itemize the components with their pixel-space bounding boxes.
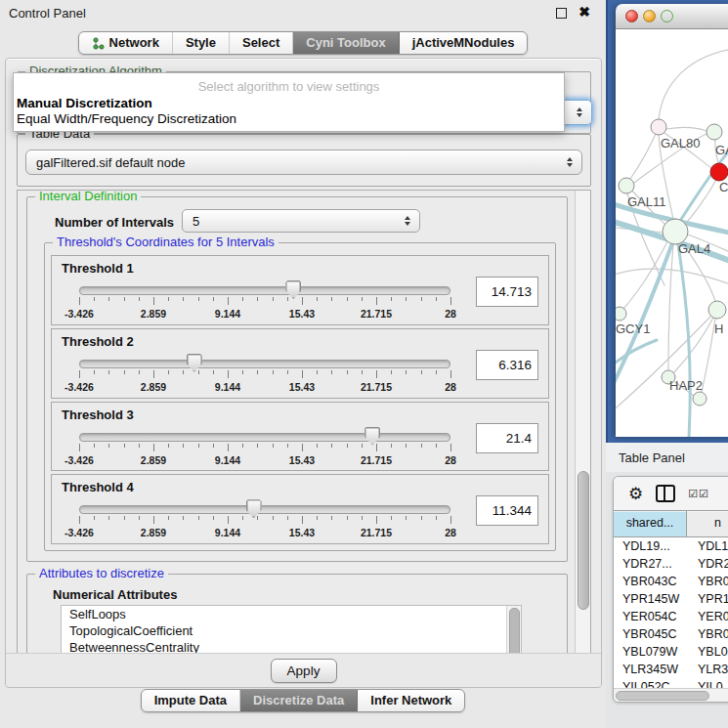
tab-discretize-data[interactable]: Discretize Data xyxy=(239,690,357,711)
list-item[interactable]: TopologicalCoefficient xyxy=(62,622,521,639)
tick-mark xyxy=(198,444,199,448)
slider-track[interactable] xyxy=(79,433,450,442)
table-row[interactable]: YBL079WYBL0 xyxy=(614,643,728,661)
slider-track[interactable] xyxy=(79,505,450,514)
tick-mark xyxy=(168,516,169,520)
network-canvas[interactable]: GAL80GACGAL11GAL4GCY1HHAP2 xyxy=(616,29,728,437)
tick-label: 9.144 xyxy=(215,454,240,466)
tick-label: 28 xyxy=(445,454,456,466)
tick-mark xyxy=(94,297,95,301)
combo-arrows-icon xyxy=(405,216,410,226)
table-header-row: shared... n xyxy=(614,510,728,537)
tab-select[interactable]: Select xyxy=(229,32,292,54)
node-label: C xyxy=(719,180,728,194)
tick-mark xyxy=(168,297,169,301)
tick-mark xyxy=(94,516,95,520)
table-row[interactable]: YLR345WYLR3 xyxy=(614,661,728,678)
tick-mark xyxy=(391,444,392,448)
combo-value: galFiltered.sif default node xyxy=(36,155,185,170)
network-node[interactable] xyxy=(693,392,707,406)
num-intervals-combobox[interactable]: 5 xyxy=(182,209,420,233)
close-button[interactable] xyxy=(625,10,638,22)
tab-cyni-toolbox[interactable]: Cyni Toolbox xyxy=(292,32,398,54)
tab-infer-network[interactable]: Infer Network xyxy=(357,690,464,711)
column-header-name[interactable]: n xyxy=(687,511,728,536)
cell-shared-name: YDL19... xyxy=(614,537,686,555)
table-row[interactable]: YDL19...YDL1 xyxy=(614,537,728,555)
tick-label: 21.715 xyxy=(361,454,392,466)
horizontal-scrollbar[interactable] xyxy=(614,688,728,702)
popup-option-equal-width-frequency-discretization[interactable]: Equal Width/Frequency Discretization xyxy=(17,111,236,126)
node-label: GAL4 xyxy=(678,241,710,256)
tick-label: -3.426 xyxy=(64,308,94,320)
threshold-slider[interactable]: -3.4262.8599.14415.4321.71528 xyxy=(79,427,450,468)
tick-label: 2.859 xyxy=(141,527,166,538)
network-node[interactable] xyxy=(651,119,666,135)
vertical-scrollbar[interactable] xyxy=(575,191,590,654)
tick-mark xyxy=(317,370,318,374)
popup-option-manual-discretization[interactable]: Manual Discretization xyxy=(17,96,152,110)
table-data-combobox[interactable]: galFiltered.sif default node xyxy=(25,150,582,175)
threshold-panel: Threshold 4-3.4262.8599.14415.4321.71528… xyxy=(51,474,549,544)
list-scrollbar-thumb[interactable] xyxy=(509,608,520,655)
slider-ticks xyxy=(79,516,450,525)
cell-name: YPR1 xyxy=(686,590,728,608)
apply-button[interactable]: Apply xyxy=(271,659,337,683)
cell-name: YBL0 xyxy=(686,643,728,661)
table-row[interactable]: YER054CYER0 xyxy=(614,608,728,625)
tick-mark xyxy=(450,297,451,305)
apply-bar: Apply xyxy=(6,653,601,686)
threshold-stack: Threshold 1-3.4262.8599.14415.4321.71528… xyxy=(51,255,549,544)
threshold-value-field[interactable]: 21.4 xyxy=(476,423,538,453)
tick-mark xyxy=(317,444,318,448)
split-view-icon[interactable] xyxy=(656,485,675,502)
tick-mark xyxy=(94,444,95,448)
close-icon[interactable]: ✖ xyxy=(578,4,590,20)
slider-track[interactable] xyxy=(79,360,450,368)
table-row[interactable]: YDR27...YDR2 xyxy=(614,555,728,573)
scrollbar-thumb[interactable] xyxy=(578,471,589,610)
threshold-slider[interactable]: -3.4262.8599.14415.4321.71528 xyxy=(79,354,450,395)
threshold-panel: Threshold 3-3.4262.8599.14415.4321.71528… xyxy=(51,402,549,472)
scrollbar-thumb[interactable] xyxy=(616,691,709,701)
gear-icon[interactable]: ⚙ xyxy=(628,486,643,502)
list-scrollbar[interactable] xyxy=(506,606,521,655)
node-label: GAL80 xyxy=(661,136,700,150)
minimize-button[interactable] xyxy=(643,10,656,22)
tick-mark xyxy=(124,370,125,374)
attributes-list[interactable]: SelfLoopsTopologicalCoefficientBetweenne… xyxy=(61,605,522,655)
column-header-shared-name[interactable]: shared... xyxy=(614,511,687,536)
threshold-slider[interactable]: -3.4262.8599.14415.4321.71528 xyxy=(79,499,450,540)
zoom-button[interactable] xyxy=(661,10,673,22)
network-node[interactable] xyxy=(616,307,626,321)
threshold-label: Threshold 4 xyxy=(62,480,134,494)
threshold-value-field[interactable]: 11.344 xyxy=(476,495,538,526)
list-item[interactable]: SelfLoops xyxy=(62,606,521,622)
threshold-slider[interactable]: -3.4262.8599.14415.4321.71528 xyxy=(79,280,450,321)
cell-name: YBR0 xyxy=(686,573,728,590)
network-node[interactable] xyxy=(708,301,726,319)
table-row[interactable]: YBR045CYBR0 xyxy=(614,625,728,643)
thresholds-group: Threshold's Coordinates for 5 Intervals … xyxy=(44,242,556,551)
tick-mark xyxy=(362,516,363,520)
network-node[interactable] xyxy=(707,124,722,140)
float-icon[interactable] xyxy=(556,8,567,19)
threshold-value-field[interactable]: 6.316 xyxy=(476,350,538,380)
tick-mark xyxy=(242,516,243,520)
network-edge xyxy=(666,128,707,131)
threshold-value-field[interactable]: 14.713 xyxy=(476,277,538,307)
tab-impute-data[interactable]: Impute Data xyxy=(142,690,239,711)
network-graph: GAL80GACGAL11GAL4GCY1HHAP2 xyxy=(616,29,728,437)
cell-shared-name: YBR045C xyxy=(614,625,686,643)
network-node[interactable] xyxy=(710,163,728,181)
tab-network[interactable]: Network xyxy=(79,32,172,54)
select-columns-icon[interactable]: ☑☑ xyxy=(688,488,709,500)
network-node[interactable] xyxy=(619,178,634,193)
table-row[interactable]: YPR145WYPR1 xyxy=(614,590,728,608)
table-row[interactable]: YBR043CYBR0 xyxy=(614,573,728,590)
slider-track[interactable] xyxy=(79,286,450,295)
tab-style[interactable]: Style xyxy=(172,32,229,54)
node-label: GA xyxy=(715,143,728,157)
tick-mark xyxy=(257,297,258,301)
tab-jactivemnodules[interactable]: jActiveMNodules xyxy=(399,32,528,54)
